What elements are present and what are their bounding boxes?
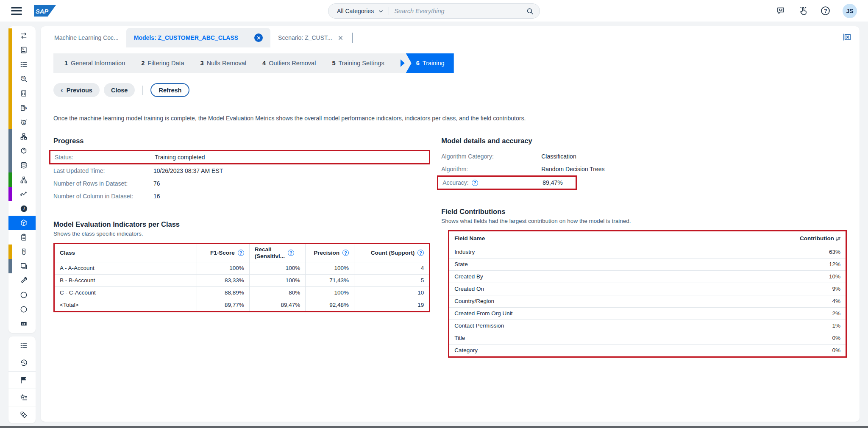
search-divider	[389, 7, 389, 15]
previous-button[interactable]: ‹Previous	[53, 83, 100, 97]
sidebar-item-addon[interactable]	[8, 317, 36, 331]
sort-descending-icon[interactable]	[835, 236, 840, 242]
category-strip	[8, 72, 12, 86]
sap-logo[interactable]: SAP	[34, 5, 56, 17]
step-outliers-removal[interactable]: 4Outliers Removal	[262, 60, 316, 67]
sidebar-item-tools[interactable]	[8, 273, 36, 288]
col-header-recall[interactable]: Recall(Sensitivi...?	[249, 244, 305, 262]
table-row[interactable]: A - A-Account100%100%100%4	[55, 262, 429, 274]
ml-model-cube-icon	[19, 219, 28, 227]
close-tab-icon[interactable]	[338, 36, 343, 40]
category-strip	[8, 259, 12, 273]
tab-label: Machine Learning Coc...	[54, 34, 119, 41]
close-all-tabs-icon[interactable]	[842, 32, 852, 44]
refresh-button[interactable]: Refresh	[150, 83, 189, 97]
guided-tour-hand-icon[interactable]	[798, 6, 808, 16]
sidebar-item-trend[interactable]	[8, 187, 36, 201]
help-icon[interactable]: ?	[342, 250, 349, 256]
step-nulls-removal[interactable]: 3Nulls Removal	[200, 60, 247, 67]
global-search[interactable]: All Categories Search Everything	[328, 3, 540, 19]
help-icon[interactable]: ?	[820, 6, 831, 16]
sidebar-item-list-menu[interactable]	[8, 336, 36, 354]
sidebar-item-circle-2[interactable]	[8, 302, 36, 317]
circle-icon	[19, 305, 28, 314]
tab-label: Models: Z_CUSTOMER_ABC_CLASS	[134, 34, 238, 41]
sidebar-item-company[interactable]	[8, 86, 36, 100]
category-strip	[8, 28, 12, 43]
sidebar-item-copy[interactable]	[8, 259, 36, 273]
flag-icon	[19, 376, 28, 384]
menu-icon[interactable]	[11, 7, 22, 15]
help-icon[interactable]: ?	[472, 180, 478, 186]
sidebar-item-info[interactable]: i	[8, 201, 36, 216]
table-row[interactable]: Created On9%	[449, 283, 846, 295]
user-avatar[interactable]: JS	[843, 4, 857, 18]
search-category-label: All Categories	[337, 8, 374, 14]
field-contributions-subtitle: Shows what fields had the largest contri…	[441, 218, 847, 224]
accuracy-value: 89,47%	[542, 179, 562, 186]
table-row-total[interactable]: <Total>89,77%89,47%92,48%19	[55, 299, 429, 311]
category-strip	[8, 100, 12, 115]
sidebar-item-money-transfer[interactable]	[8, 28, 36, 43]
close-tab-icon[interactable]	[254, 33, 263, 42]
sidebar-item-flag[interactable]	[8, 371, 36, 389]
sidebar-item-ml-model[interactable]	[8, 216, 36, 230]
database-icon	[19, 161, 28, 170]
tab-machine-learning[interactable]: Machine Learning Coc...	[47, 28, 126, 47]
category-strip	[8, 172, 12, 187]
category-strip	[8, 372, 12, 389]
svg-text:?: ?	[824, 8, 827, 14]
sidebar-item-price-tag[interactable]: $	[8, 245, 36, 259]
table-row[interactable]: Country/Region4%	[449, 295, 846, 307]
feedback-icon[interactable]	[776, 6, 786, 16]
category-strip	[8, 302, 12, 317]
sidebar-item-circle-1[interactable]	[8, 288, 36, 302]
table-row[interactable]: C - C-Account88,89%80%100%10	[55, 286, 429, 299]
step-training-settings[interactable]: 5Training Settings	[332, 60, 384, 67]
sidebar-item-favorites[interactable]	[8, 389, 36, 406]
step-general-information[interactable]: 1General Information	[64, 60, 125, 67]
sidebar-item-invoice[interactable]: $	[8, 43, 36, 57]
table-row[interactable]: Title0%	[449, 332, 846, 344]
sidebar-item-org-chart[interactable]	[8, 129, 36, 144]
help-icon[interactable]: ?	[417, 250, 424, 256]
sidebar-item-workflow[interactable]	[8, 172, 36, 187]
table-row[interactable]: State12%	[449, 258, 846, 270]
table-row[interactable]: Created By10%	[449, 270, 846, 283]
col-header-count[interactable]: Count (Support)?	[354, 244, 429, 262]
search-input[interactable]: Search Everything	[394, 8, 526, 14]
sidebar-item-product-box[interactable]	[8, 144, 36, 158]
table-row[interactable]: Created From Org Unit2%	[449, 307, 846, 320]
sidebar-item-funds[interactable]: $	[8, 115, 36, 129]
svg-text:i: i	[23, 206, 25, 211]
step-filtering-data[interactable]: 2Filtering Data	[141, 60, 184, 67]
sidebar-item-clipboard[interactable]	[8, 230, 36, 245]
close-button[interactable]: Close	[104, 83, 135, 97]
category-strip	[8, 158, 12, 172]
col-header-field-name[interactable]: Field Name	[449, 231, 608, 246]
step-training[interactable]: 6Training	[406, 53, 454, 73]
col-header-contribution[interactable]: Contribution	[608, 231, 846, 246]
table-row[interactable]: Category0%	[449, 344, 846, 356]
sidebar-item-history[interactable]	[8, 354, 36, 371]
tab-scenario[interactable]: Scenario: Z_CUST...	[270, 28, 351, 47]
table-row[interactable]: B - B-Account83,33%100%71,43%5	[55, 274, 429, 286]
sidebar-item-building-finance[interactable]: $	[8, 100, 36, 115]
col-header-f1[interactable]: F1-Score?	[197, 244, 250, 262]
sidebar-item-database[interactable]	[8, 158, 36, 172]
sidebar-item-search-rate[interactable]: %	[8, 72, 36, 86]
sap-logo-text: SAP	[36, 8, 48, 15]
sidebar-item-tag[interactable]	[8, 406, 36, 423]
category-strip	[8, 336, 12, 354]
table-row[interactable]: Contact Permission1%	[449, 320, 846, 332]
help-icon[interactable]: ?	[288, 250, 294, 256]
tab-models[interactable]: Models: Z_CUSTOMER_ABC_CLASS	[126, 28, 270, 47]
search-category-dropdown[interactable]: All Categories	[337, 8, 384, 14]
col-header-precision[interactable]: Precision?	[306, 244, 354, 262]
col-header-class[interactable]: Class	[55, 244, 197, 262]
product-box-icon	[19, 147, 28, 155]
sidebar-item-list[interactable]	[8, 57, 36, 72]
help-icon[interactable]: ?	[238, 250, 244, 256]
search-icon[interactable]	[526, 8, 534, 15]
table-row[interactable]: Industry63%	[449, 246, 846, 258]
